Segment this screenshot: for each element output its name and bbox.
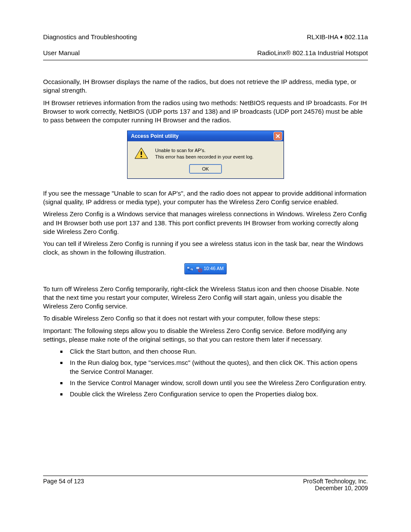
dialog-screenshot: Access Point utility Unable to scan for … — [43, 131, 368, 179]
warning-icon — [134, 147, 148, 159]
dialog-footer: OK — [128, 163, 283, 178]
svg-rect-0 — [141, 151, 142, 155]
footer-left: Page 54 of 123 — [43, 478, 84, 492]
network-icon — [187, 265, 193, 272]
paragraph: Important: The following steps allow you… — [43, 327, 368, 344]
header-right-line2: RadioLinx® 802.11a Industrial Hotspot — [257, 49, 368, 56]
list-item: In the Service Control Manager window, s… — [67, 379, 368, 387]
header-left-line2: User Manual — [43, 49, 80, 56]
svg-rect-2 — [187, 267, 190, 269]
page-header: Diagnostics and Troubleshooting User Man… — [43, 25, 368, 60]
footer-right-line1: ProSoft Technology, Inc. — [303, 478, 368, 485]
dialog-msg-line2: This error has been recorded in your eve… — [155, 154, 254, 159]
list-item: In the Run dialog box, type "services.ms… — [67, 358, 368, 376]
dialog-title: Access Point utility — [131, 133, 179, 140]
header-right-line1a: RLXIB-IHA — [307, 33, 340, 40]
header-right-line1b: 802.11a — [343, 33, 368, 40]
paragraph: Occasionally, IH Browser displays the na… — [43, 78, 368, 95]
paragraph: To turn off Wireless Zero Config tempora… — [43, 285, 368, 311]
body-content: Occasionally, IH Browser displays the na… — [43, 78, 368, 398]
diamond-icon: ♦ — [340, 34, 343, 40]
close-icon — [276, 134, 280, 138]
dialog-body: Unable to scan for AP's. This error has … — [128, 141, 283, 163]
dialog-message: Unable to scan for AP's. This error has … — [155, 147, 254, 160]
tray-time: 10:46 AM — [204, 265, 224, 272]
header-right: RLXIB-IHA ♦ 802.11a RadioLinx® 802.11a I… — [257, 25, 368, 57]
close-button[interactable] — [274, 132, 282, 140]
dialog-titlebar: Access Point utility — [128, 131, 283, 141]
header-left: Diagnostics and Troubleshooting User Man… — [43, 25, 137, 57]
paragraph: IH Browser retrieves information from th… — [43, 99, 368, 125]
error-dialog: Access Point utility Unable to scan for … — [127, 131, 284, 179]
dialog-msg-line1: Unable to scan for AP's. — [155, 148, 206, 153]
svg-point-1 — [140, 156, 142, 158]
system-tray: 10:46 AM — [184, 263, 227, 274]
paragraph: Wireless Zero Config is a Windows servic… — [43, 210, 368, 236]
wireless-disabled-icon — [195, 265, 202, 272]
page: Diagnostics and Troubleshooting User Man… — [0, 0, 411, 532]
tray-screenshot: 10:46 AM — [43, 263, 368, 274]
paragraph: You can tell if Wireless Zero Config is … — [43, 240, 368, 257]
list-item: Double click the Wireless Zero Configura… — [67, 390, 368, 398]
ok-button[interactable]: OK — [190, 165, 221, 173]
paragraph: If you see the message "Unable to scan f… — [43, 189, 368, 207]
footer-right: ProSoft Technology, Inc. December 10, 20… — [303, 478, 368, 492]
footer-right-line2: December 10, 2009 — [315, 485, 368, 492]
header-left-line1: Diagnostics and Troubleshooting — [43, 33, 137, 40]
list-item: Click the Start button, and then choose … — [67, 347, 368, 356]
paragraph: To disable Wireless Zero Config so that … — [43, 314, 368, 323]
page-footer: Page 54 of 123 ProSoft Technology, Inc. … — [43, 476, 368, 492]
instruction-list: Click the Start button, and then choose … — [43, 347, 368, 398]
